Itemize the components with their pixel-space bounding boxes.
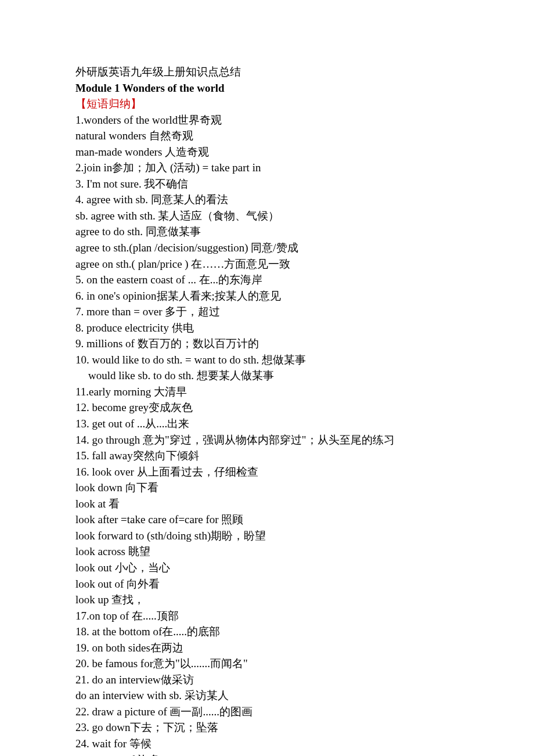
phrase-item: look out of 向外看 — [75, 576, 459, 592]
phrase-item: 2.join in参加；加入 (活动) = take part in — [75, 160, 459, 176]
phrase-item: 9. millions of 数百万的；数以百万计的 — [75, 336, 459, 352]
phrase-item: natural wonders 自然奇观 — [75, 128, 459, 144]
phrase-item: look forward to (sth/doing sth)期盼，盼望 — [75, 528, 459, 544]
phrase-item: man-made wonders 人造奇观 — [75, 144, 459, 160]
phrase-item: 22. draw a picture of 画一副......的图画 — [75, 704, 459, 720]
module-heading: Module 1 Wonders of the world — [75, 80, 459, 96]
phrase-item: 21. do an interview做采访 — [75, 672, 459, 688]
phrase-item: agree to sth.(plan /decision/suggestion)… — [75, 240, 459, 256]
phrase-item: 25. dozens of 许多 — [75, 752, 459, 756]
phrase-item: agree to do sth. 同意做某事 — [75, 224, 459, 240]
document-page: 外研版英语九年级上册知识点总结 Module 1 Wonders of the … — [0, 0, 534, 756]
phrase-item: 12. become grey变成灰色 — [75, 399, 459, 416]
phrase-item: look at 看 — [75, 496, 459, 512]
phrase-item: look after =take care of=care for 照顾 — [75, 512, 459, 528]
phrase-item: 18. at the bottom of在.....的底部 — [75, 624, 459, 640]
phrase-item: 24. wait for 等候 — [75, 736, 459, 752]
phrase-item: sb. agree with sth. 某人适应（食物、气候） — [75, 208, 459, 224]
section-label: 【短语归纳】 — [75, 96, 459, 112]
phrase-item: look up 查找， — [75, 592, 459, 608]
phrase-item: 1.wonders of the world世界奇观 — [75, 112, 459, 128]
phrase-item: look down 向下看 — [75, 480, 459, 496]
phrase-item: 7. more than = over 多于，超过 — [75, 304, 459, 320]
phrase-item: 13. get out of ...从....出来 — [75, 416, 459, 432]
phrase-item: 11.early morning 大清早 — [75, 384, 459, 400]
phrase-item: 5. on the eastern coast of ... 在...的东海岸 — [75, 272, 459, 288]
phrase-item: look across 眺望 — [75, 543, 459, 560]
phrase-item: 8. produce electricity 供电 — [75, 320, 459, 336]
phrase-item: 23. go down下去；下沉；坠落 — [75, 719, 459, 736]
phrase-item: 16. look over 从上面看过去，仔细检查 — [75, 464, 459, 480]
phrase-item: 4. agree with sb. 同意某人的看法 — [75, 192, 459, 208]
phrase-item: 15. fall away突然向下倾斜 — [75, 448, 459, 464]
phrase-item: 19. on both sides在两边 — [75, 640, 459, 656]
phrase-item: do an interview with sb. 采访某人 — [75, 687, 459, 704]
document-title: 外研版英语九年级上册知识点总结 — [75, 64, 459, 80]
phrase-item: look out 小心，当心 — [75, 560, 459, 576]
phrase-item: 10. would like to do sth. = want to do s… — [75, 352, 459, 368]
phrase-item: 3. I'm not sure. 我不确信 — [75, 176, 459, 192]
phrase-item: 6. in one's opinion据某人看来;按某人的意见 — [75, 288, 459, 304]
phrase-item-sub: would like sb. to do sth. 想要某人做某事 — [75, 368, 459, 384]
phrase-item: 17.on top of 在.....顶部 — [75, 608, 459, 624]
phrase-item: 14. go through 意为"穿过，强调从物体内部穿过"；从头至尾的练习 — [75, 432, 459, 448]
phrase-item: 20. be famous for意为"以.......而闻名" — [75, 656, 459, 672]
phrase-item: agree on sth.( plan/price ) 在……方面意见一致 — [75, 256, 459, 272]
